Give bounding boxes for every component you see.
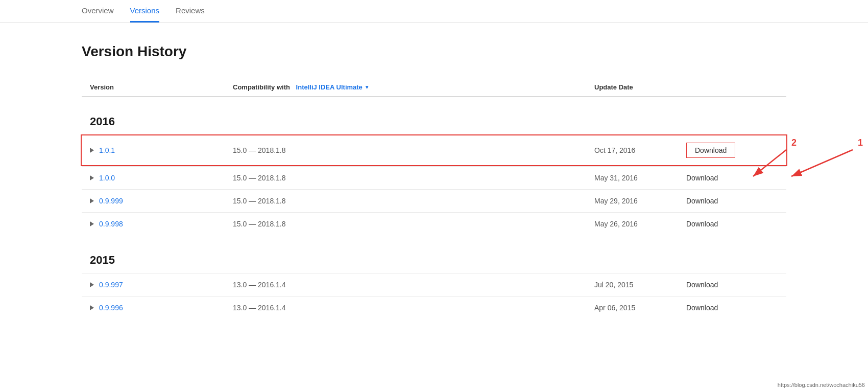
version-row: 0.9.996 13.0 — 2016.1.4 Apr 06, 2015 Dow… <box>82 296 786 319</box>
year-label: 2015 <box>82 245 786 273</box>
version-cell: 1.0.0 <box>90 174 233 182</box>
date-text: May 26, 2016 <box>594 220 686 228</box>
download-cell: Download <box>686 220 778 228</box>
expand-icon[interactable] <box>90 148 94 153</box>
compat-text: 15.0 — 2018.1.8 <box>233 174 594 182</box>
main-content: Version History Version Compatibility wi… <box>0 43 868 319</box>
annotation-label-1: 1 <box>858 138 863 148</box>
year-label: 2016 <box>82 107 786 134</box>
download-cell: Download <box>686 304 778 312</box>
tab-reviews[interactable]: Reviews <box>176 0 205 22</box>
year-group-2016: 2016 1.0.1 15.0 — 2018.1.8 Oct 17, 2016 … <box>82 107 786 235</box>
version-link[interactable]: 0.9.999 <box>99 197 123 205</box>
version-cell: 0.9.996 <box>90 304 233 312</box>
download-button[interactable]: Download <box>686 174 718 182</box>
download-cell: Download <box>686 281 778 289</box>
compat-text: 13.0 — 2016.1.4 <box>233 281 594 289</box>
download-cell: Download <box>686 143 778 158</box>
version-cell: 0.9.997 <box>90 281 233 289</box>
year-group-2015: 2015 0.9.997 13.0 — 2016.1.4 Jul 20, 201… <box>82 245 786 319</box>
date-text: May 29, 2016 <box>594 197 686 205</box>
svg-line-2 <box>791 150 853 176</box>
download-button[interactable]: Download <box>686 220 718 228</box>
expand-icon[interactable] <box>90 175 94 180</box>
date-text: Oct 17, 2016 <box>594 146 686 154</box>
top-tabs: Overview Versions Reviews <box>0 0 868 23</box>
download-cell: Download <box>686 174 778 182</box>
date-text: May 31, 2016 <box>594 174 686 182</box>
versions-container: 2016 1.0.1 15.0 — 2018.1.8 Oct 17, 2016 … <box>82 107 786 319</box>
version-link[interactable]: 0.9.998 <box>99 220 123 228</box>
version-link[interactable]: 1.0.0 <box>99 174 115 182</box>
version-cell: 1.0.1 <box>90 146 233 154</box>
download-cell: Download <box>686 197 778 205</box>
compat-text: 15.0 — 2018.1.8 <box>233 220 594 228</box>
download-button[interactable]: Download <box>686 197 718 205</box>
page-title: Version History <box>82 43 786 60</box>
version-row: 1.0.1 15.0 — 2018.1.8 Oct 17, 2016 Downl… <box>81 134 787 166</box>
header-version: Version <box>90 83 233 91</box>
header-compatibility: Compatibility with IntelliJ IDEA Ultimat… <box>233 83 594 91</box>
compat-text: 15.0 — 2018.1.8 <box>233 146 594 154</box>
annotation-label-2: 2 <box>791 138 797 148</box>
compatibility-filter-link[interactable]: IntelliJ IDEA Ultimate <box>296 83 363 91</box>
version-link[interactable]: 0.9.996 <box>99 304 123 312</box>
expand-icon[interactable] <box>90 305 94 310</box>
compat-text: 13.0 — 2016.1.4 <box>233 304 594 312</box>
version-cell: 0.9.999 <box>90 197 233 205</box>
version-row: 0.9.997 13.0 — 2016.1.4 Jul 20, 2015 Dow… <box>82 273 786 296</box>
date-text: Apr 06, 2015 <box>594 304 686 312</box>
download-button[interactable]: Download <box>686 143 735 158</box>
expand-icon[interactable] <box>90 282 94 287</box>
version-link[interactable]: 1.0.1 <box>99 146 115 154</box>
version-link[interactable]: 0.9.997 <box>99 281 123 289</box>
header-action <box>686 83 778 91</box>
dropdown-arrow-icon[interactable]: ▼ <box>365 84 370 90</box>
expand-icon[interactable] <box>90 198 94 203</box>
expand-icon[interactable] <box>90 221 94 226</box>
download-button[interactable]: Download <box>686 281 718 289</box>
version-row: 0.9.998 15.0 — 2018.1.8 May 26, 2016 Dow… <box>82 212 786 235</box>
tab-overview[interactable]: Overview <box>82 0 114 22</box>
version-row: 1.0.0 15.0 — 2018.1.8 May 31, 2016 Downl… <box>82 166 786 189</box>
version-row: 0.9.999 15.0 — 2018.1.8 May 29, 2016 Dow… <box>82 189 786 212</box>
table-header: Version Compatibility with IntelliJ IDEA… <box>82 78 786 97</box>
header-update-date: Update Date <box>594 83 686 91</box>
version-cell: 0.9.998 <box>90 220 233 228</box>
download-button[interactable]: Download <box>686 304 718 312</box>
tab-versions[interactable]: Versions <box>130 0 160 22</box>
compat-text: 15.0 — 2018.1.8 <box>233 197 594 205</box>
date-text: Jul 20, 2015 <box>594 281 686 289</box>
